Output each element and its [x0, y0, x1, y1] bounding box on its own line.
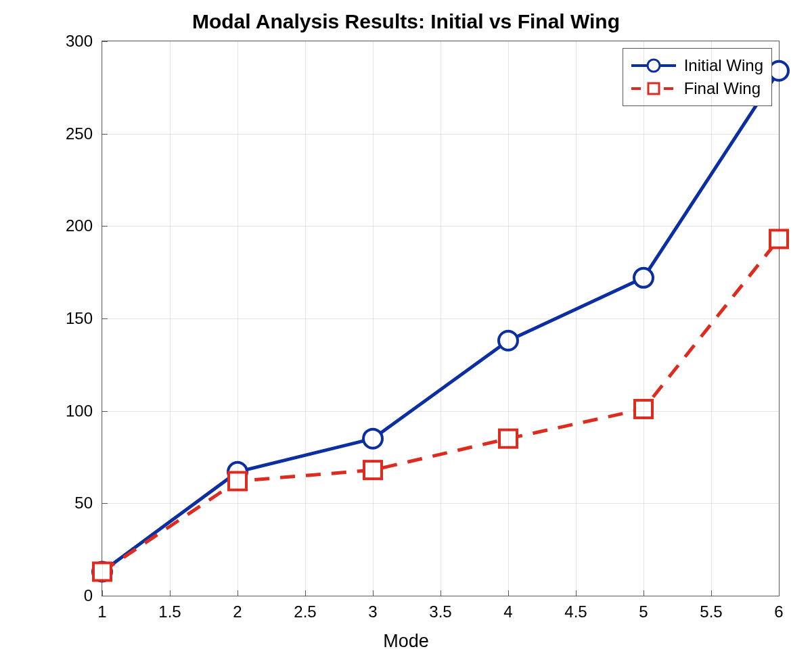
legend-item-1: Final Wing [630, 77, 763, 100]
gridline-h [102, 411, 779, 412]
gridline-h [102, 41, 779, 42]
tick-y [102, 411, 108, 412]
tick-label-x: 1 [97, 602, 106, 621]
tick-label-y: 250 [66, 124, 93, 143]
svg-rect-3 [648, 83, 659, 94]
tick-label-x: 5.5 [700, 602, 722, 621]
tick-x [102, 590, 103, 596]
tick-label-x: 3 [368, 602, 377, 621]
tick-x [305, 590, 306, 596]
legend-swatch-svg [630, 57, 677, 74]
tick-x [373, 590, 374, 596]
tick-label-x: 6 [774, 602, 783, 621]
x-axis-label: Mode [0, 631, 812, 652]
tick-label-x: 4 [503, 602, 512, 621]
legend-swatch-1 [630, 80, 677, 97]
gridline-h [102, 226, 779, 227]
tick-y [102, 134, 108, 135]
tick-label-x: 4.5 [564, 602, 587, 621]
legend: Initial Wing Final Wing [623, 48, 772, 106]
tick-x [576, 590, 577, 596]
chart-container: Modal Analysis Results: Initial vs Final… [0, 0, 812, 664]
tick-x [170, 590, 171, 596]
tick-x [441, 590, 441, 596]
tick-x [644, 590, 644, 596]
tick-label-y: 200 [66, 216, 93, 235]
tick-label-x: 1.5 [158, 602, 181, 621]
svg-point-1 [648, 60, 660, 72]
tick-y [102, 503, 108, 504]
legend-label-1: Final Wing [684, 79, 761, 98]
tick-label-y: 0 [84, 586, 93, 605]
plot-area: Initial Wing Final Wing 11.522.533.544.5… [102, 41, 780, 596]
tick-label-y: 100 [66, 402, 93, 421]
gridline-h [102, 596, 779, 596]
gridline-h [102, 503, 779, 504]
tick-x [779, 590, 780, 596]
tick-label-x: 2 [233, 602, 242, 621]
tick-x [711, 590, 712, 596]
tick-label-y: 300 [66, 32, 93, 51]
tick-label-x: 5 [639, 602, 648, 621]
gridline-h [102, 134, 779, 135]
tick-label-x: 2.5 [294, 602, 316, 621]
tick-x [508, 590, 509, 596]
legend-label-0: Initial Wing [684, 56, 763, 75]
tick-label-y: 150 [66, 309, 93, 328]
legend-swatch-svg [630, 80, 677, 97]
tick-y [102, 318, 108, 319]
chart-title: Modal Analysis Results: Initial vs Final… [0, 10, 812, 33]
legend-swatch-0 [630, 57, 677, 74]
tick-y [102, 226, 108, 227]
gridline-h [102, 318, 779, 319]
tick-label-y: 50 [74, 494, 93, 513]
tick-y [102, 596, 108, 596]
legend-item-0: Initial Wing [630, 54, 763, 77]
gridline-v [779, 41, 780, 596]
tick-x [238, 590, 238, 596]
tick-label-x: 3.5 [429, 602, 451, 621]
tick-y [102, 41, 108, 42]
